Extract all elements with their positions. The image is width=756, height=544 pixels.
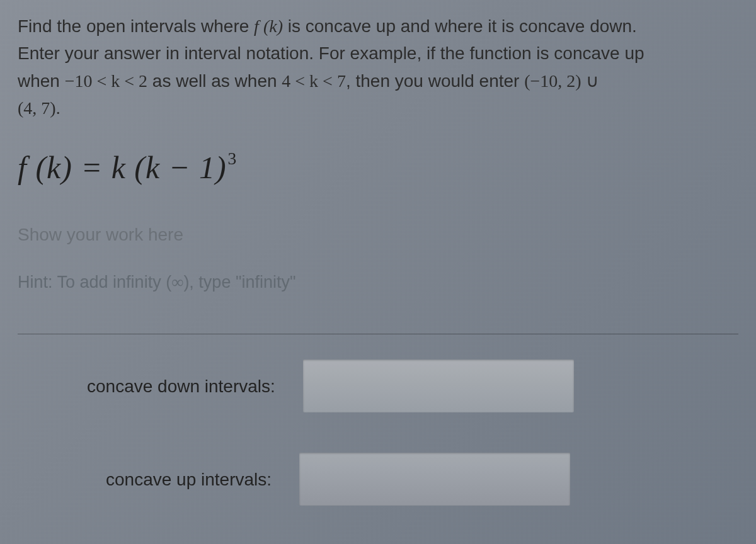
cond2: 4 < k < 7 [282, 71, 346, 91]
infinity-symbol: ∞ [171, 273, 183, 292]
instr-text: , then you would enter [346, 71, 524, 91]
hint-text: Hint: To add infinity (∞), type "infinit… [18, 269, 738, 296]
interval-ex2: (4, 7). [18, 98, 60, 118]
hint-b: ), type "infinity" [183, 273, 295, 292]
interval-ex: (−10, 2) ∪ [524, 71, 598, 91]
separator-line [18, 334, 738, 334]
concave-up-row: concave up intervals: [87, 453, 738, 506]
concave-down-input[interactable] [303, 360, 574, 412]
hint-a: Hint: To add infinity ( [18, 273, 171, 292]
fk-inline: f (k) [254, 16, 283, 36]
concave-up-input[interactable] [299, 453, 570, 506]
instr-text: is concave up and where it is concave do… [283, 16, 637, 36]
show-work-placeholder[interactable]: Show your work here [18, 221, 738, 248]
instr-text: Enter your answer in interval notation. … [18, 43, 644, 63]
instr-text: as well as when [147, 71, 282, 91]
instr-text: Find the open intervals where [18, 16, 254, 36]
function-formula: f (k) = k (k − 1)3 [18, 144, 738, 193]
instr-text: when [18, 71, 65, 91]
concave-down-label: concave down intervals: [87, 373, 275, 400]
formula-exp: 3 [228, 149, 238, 168]
concave-up-label: concave up intervals: [87, 466, 272, 493]
concave-down-row: concave down intervals: [87, 360, 738, 412]
problem-instructions: Find the open intervals where f (k) is c… [18, 13, 738, 122]
answer-block: concave down intervals: concave up inter… [18, 360, 738, 506]
cond1: −10 < k < 2 [65, 71, 147, 91]
formula-lhs: f (k) = k (k − 1) [18, 150, 227, 185]
